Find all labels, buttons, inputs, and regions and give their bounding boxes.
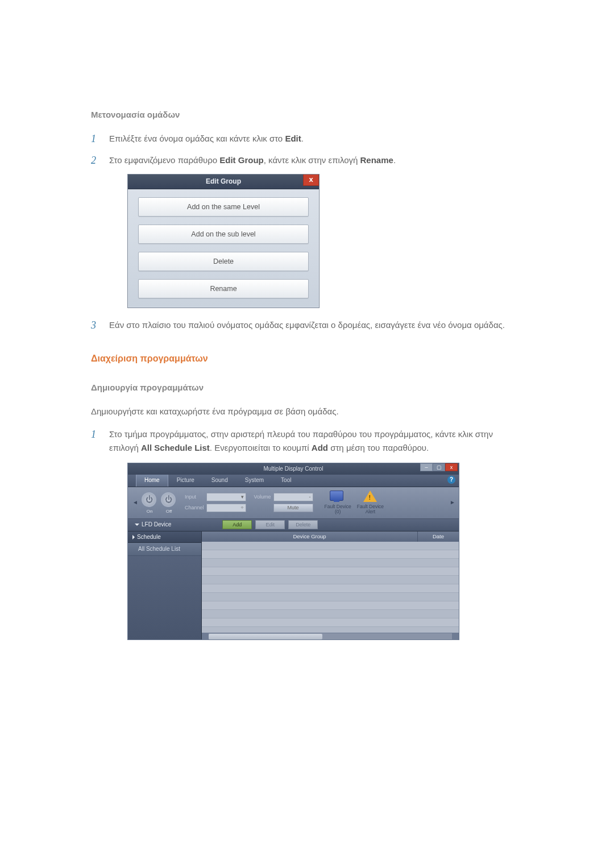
rename-title: Μετονομασία ομάδων	[91, 108, 523, 122]
monitor-icon	[330, 491, 343, 501]
delete-button[interactable]: Delete	[138, 252, 309, 271]
rename-step-1: Επιλέξτε ένα όνομα ομάδας και κάντε κλικ…	[91, 132, 523, 146]
tab-sound[interactable]: Sound	[203, 474, 237, 487]
table-rows	[202, 542, 459, 633]
table-row	[202, 576, 459, 584]
power-on-button[interactable]: ⏻ On	[142, 492, 157, 516]
sched1-b1: All Schedule List	[141, 443, 210, 452]
rename2-mid: , κάντε κλικ στην επιλογή	[264, 155, 360, 165]
schedules-steps: Στο τμήμα προγράμματος, στην αριστερή πλ…	[91, 427, 523, 640]
edit-group-title: Edit Group	[206, 176, 241, 187]
fault-alert-label: Fault Device Alert	[357, 504, 384, 515]
fault-device-button[interactable]: Fault Device (0)	[325, 491, 351, 515]
rename2-b1: Edit Group	[219, 155, 264, 165]
rename2-pre: Στο εμφανιζόμενο παράθυρο	[109, 155, 219, 165]
scrollbar-thumb[interactable]	[209, 634, 322, 639]
delete-button[interactable]: Delete	[288, 520, 318, 529]
tab-tool[interactable]: Tool	[272, 474, 300, 487]
sidebar-item-all-schedule[interactable]: All Schedule List	[128, 543, 201, 556]
chevron-right-icon	[132, 535, 135, 539]
power-off-label: Off	[161, 508, 177, 516]
schedules-heading: Διαχείριση προγραμμάτων	[91, 351, 523, 366]
input-channel-group: Input ▾ Channel ÷	[185, 493, 246, 512]
toolbar-right-arrow-icon[interactable]: ►	[450, 498, 454, 507]
rename2-b2: Rename	[360, 155, 393, 165]
mdc-body: Schedule All Schedule List Device Group …	[128, 531, 459, 639]
add-same-level-button[interactable]: Add on the same Level	[138, 197, 309, 217]
rename3-text: Εάν στο πλαίσιο του παλιού ονόματος ομάδ…	[109, 320, 505, 330]
maximize-icon[interactable]: ▢	[433, 463, 445, 471]
mdc-window: Multiple Display Control – ▢ x ? Home Pi…	[127, 463, 459, 640]
table-row	[202, 593, 459, 601]
channel-stepper[interactable]: ÷	[206, 504, 246, 512]
mdc-menubar: Home Picture Sound System Tool	[128, 475, 459, 487]
rename-steps: Επιλέξτε ένα όνομα ομάδας και κάντε κλικ…	[91, 132, 523, 332]
fault-device-label: Fault Device (0)	[325, 504, 351, 515]
table-row	[202, 567, 459, 576]
sched1-post: στη μέση του παραθύρου.	[328, 443, 429, 452]
schedules-subheading: Δημιουργία προγραμμάτων	[91, 381, 523, 394]
power-off-icon: ⏻	[161, 492, 176, 507]
mdc-titlebar: Multiple Display Control – ▢ x	[128, 463, 459, 475]
mdc-window-controls: – ▢ x	[420, 463, 458, 471]
minimize-icon[interactable]: –	[420, 463, 433, 471]
toolbar-left-arrow-icon[interactable]: ◄	[132, 498, 137, 507]
help-icon[interactable]: ?	[447, 476, 455, 484]
table-header: Device Group Date	[202, 531, 459, 542]
chevron-down-icon	[135, 524, 139, 526]
rename-button[interactable]: Rename	[138, 279, 309, 298]
sched1-b2: Add	[312, 443, 328, 452]
rename1-bold: Edit	[285, 134, 301, 143]
table-row	[202, 550, 459, 559]
close-icon[interactable]: x	[445, 463, 458, 471]
schedule-tree-node[interactable]: Schedule	[128, 531, 201, 543]
volume-select[interactable]: -	[273, 493, 313, 501]
edit-button[interactable]: Edit	[255, 520, 285, 529]
rename1-post: .	[301, 134, 304, 143]
input-label: Input	[185, 493, 204, 501]
mdc-toolbar: ◄ ⏻ On ⏻ Off Input ▾ Channel ÷	[128, 487, 459, 519]
tab-system[interactable]: System	[237, 474, 272, 487]
power-group: ⏻ On ⏻ Off	[142, 490, 177, 516]
input-select[interactable]: ▾	[206, 493, 246, 501]
tab-home[interactable]: Home	[136, 474, 168, 487]
sched1-mid: . Ενεργοποιείται το κουμπί	[210, 443, 312, 452]
fault-group: Fault Device (0) Fault Device Alert	[325, 491, 384, 515]
table-row	[202, 542, 459, 550]
add-button[interactable]: Add	[222, 520, 252, 529]
mdc-main: Device Group Date	[202, 531, 459, 639]
fault-alert-button[interactable]: Fault Device Alert	[357, 491, 384, 515]
close-icon[interactable]: x	[303, 175, 319, 186]
lfd-tree-node[interactable]: LFD Device	[135, 520, 171, 529]
table-row	[202, 618, 459, 627]
volume-mute-group: Volume - Mute	[254, 493, 313, 512]
mdc-subtoolbar: LFD Device Add Edit Delete	[128, 519, 459, 531]
schedules-intro: Δημιουργήστε και καταχωρήστε ένα πρόγραμ…	[91, 405, 523, 418]
mdc-sidebar: Schedule All Schedule List	[128, 531, 202, 639]
rename-step-3: Εάν στο πλαίσιο του παλιού ονόματος ομάδ…	[91, 318, 523, 332]
rename-step-2: Στο εμφανιζόμενο παράθυρο Edit Group, κά…	[91, 153, 523, 308]
schedules-step-1: Στο τμήμα προγράμματος, στην αριστερή πλ…	[91, 427, 523, 640]
edit-group-window: Edit Group x Add on the same Level Add o…	[127, 174, 320, 308]
horizontal-scrollbar[interactable]	[202, 633, 459, 639]
table-row	[202, 601, 459, 610]
rename2-post: .	[393, 155, 396, 165]
rename1-pre: Επιλέξτε ένα όνομα ομάδας και κάντε κλικ…	[109, 134, 285, 143]
table-row	[202, 559, 459, 567]
volume-label: Volume	[254, 493, 271, 501]
edit-group-body: Add on the same Level Add on the sub lev…	[128, 189, 319, 301]
table-row	[202, 584, 459, 593]
power-on-icon: ⏻	[142, 492, 156, 507]
col-device-group: Device Group	[202, 531, 418, 542]
add-sub-level-button[interactable]: Add on the sub level	[138, 225, 309, 244]
edit-group-titlebar: Edit Group x	[128, 175, 319, 189]
table-row	[202, 610, 459, 618]
channel-label: Channel	[185, 504, 204, 512]
power-on-label: On	[142, 508, 157, 516]
tab-picture[interactable]: Picture	[168, 474, 203, 487]
mute-button[interactable]: Mute	[273, 504, 313, 512]
mdc-title: Multiple Display Control	[263, 464, 323, 474]
warning-icon	[363, 491, 377, 502]
col-date: Date	[418, 531, 459, 542]
power-off-button[interactable]: ⏻ Off	[161, 492, 177, 516]
